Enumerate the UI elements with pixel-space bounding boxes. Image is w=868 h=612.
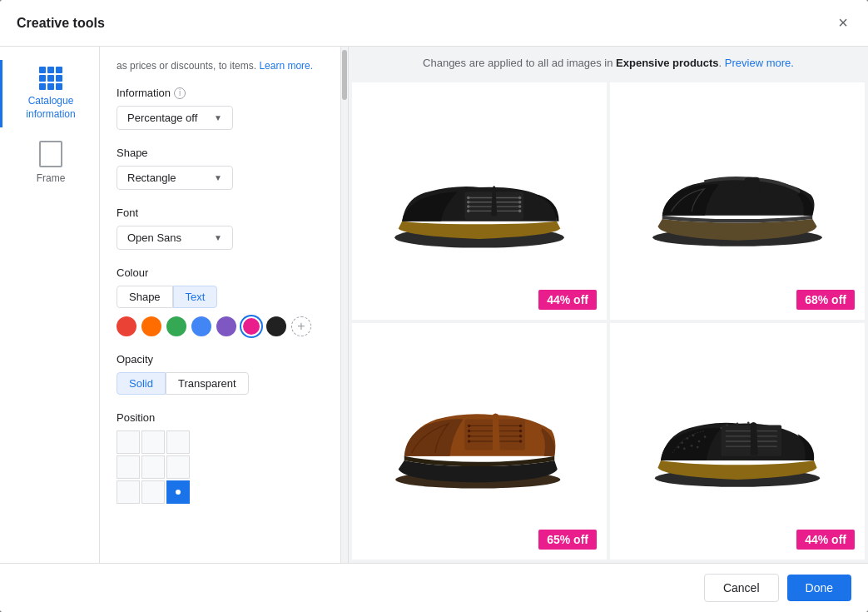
shoe-svg-4 — [642, 379, 833, 504]
information-help-icon[interactable]: i — [174, 87, 186, 99]
svg-point-45 — [720, 427, 722, 430]
shoe-image-4 — [610, 323, 865, 560]
swatch-black[interactable] — [266, 316, 286, 336]
shape-dropdown[interactable]: Rectangle ▼ — [117, 166, 233, 190]
swatch-purple[interactable] — [216, 316, 236, 336]
opacity-tab-solid[interactable]: Solid — [117, 372, 166, 395]
cancel-button[interactable]: Cancel — [704, 574, 779, 602]
shoe-image-1 — [352, 82, 607, 320]
grid-icon — [39, 67, 62, 90]
information-dropdown[interactable]: Percentage off ▼ — [117, 106, 233, 130]
svg-point-37 — [698, 440, 701, 442]
product-card-4: 44% off — [610, 323, 865, 560]
svg-point-38 — [704, 435, 707, 438]
sidebar-item-frame[interactable]: Frame — [0, 134, 99, 192]
colour-tab-shape[interactable]: Shape — [117, 286, 173, 308]
swatch-orange[interactable] — [141, 316, 161, 336]
discount-badge-1: 44% off — [538, 290, 597, 310]
opacity-tab-transparent[interactable]: Transparent — [166, 372, 249, 395]
shoe-svg-3 — [384, 379, 575, 504]
preview-bold-text: Expensive products — [616, 57, 719, 69]
position-section: Position — [117, 411, 324, 504]
svg-point-29 — [519, 440, 523, 443]
pos-cell-6[interactable] — [117, 480, 140, 504]
svg-point-22 — [468, 424, 471, 427]
product-grid: 44% off — [349, 79, 868, 563]
svg-point-35 — [683, 447, 686, 450]
pos-cell-8[interactable] — [166, 480, 190, 504]
font-dropdown-arrow: ▼ — [214, 233, 222, 242]
discount-badge-3: 65% off — [538, 530, 597, 550]
shoe-image-2 — [610, 82, 865, 320]
pos-cell-1[interactable] — [141, 430, 165, 454]
svg-rect-15 — [745, 177, 760, 200]
swatch-red[interactable] — [117, 316, 136, 336]
svg-point-28 — [468, 440, 471, 443]
svg-point-13 — [518, 210, 522, 213]
colour-tabs: Shape Text — [117, 286, 324, 308]
preview-notice: Changes are applied to all ad images in … — [349, 47, 868, 79]
svg-point-26 — [468, 435, 471, 438]
svg-point-7 — [518, 197, 522, 200]
swatch-add-button[interactable]: + — [291, 316, 311, 336]
svg-point-11 — [518, 206, 522, 209]
swatch-blue[interactable] — [191, 316, 211, 336]
swatch-green[interactable] — [166, 316, 186, 336]
shoe-image-3 — [352, 323, 607, 560]
swatch-pink[interactable] — [241, 316, 261, 336]
svg-point-48 — [747, 421, 750, 424]
svg-point-27 — [519, 435, 523, 438]
modal-footer: Cancel Done — [0, 563, 868, 612]
product-card-2: 68% off — [610, 82, 865, 320]
svg-point-23 — [519, 424, 523, 427]
font-dropdown[interactable]: Open Sans ▼ — [117, 226, 233, 250]
modal-body: Catalogue information Frame as prices or… — [0, 47, 868, 563]
controls-panel: as prices or discounts, to items. Learn … — [100, 47, 341, 563]
shape-section: Shape Rectangle ▼ — [117, 147, 324, 190]
svg-point-47 — [737, 422, 739, 425]
svg-point-24 — [468, 430, 471, 433]
sidebar-item-catalogue-information[interactable]: Catalogue information — [0, 60, 99, 127]
font-section: Font Open Sans ▼ — [117, 206, 324, 250]
information-selected: Percentage off — [127, 112, 197, 124]
pos-cell-4[interactable] — [141, 455, 165, 479]
pos-cell-5[interactable] — [166, 455, 190, 479]
svg-point-9 — [518, 201, 522, 204]
pos-cell-0[interactable] — [117, 430, 140, 454]
sidebar: Catalogue information Frame — [0, 47, 100, 563]
discount-badge-4: 44% off — [796, 530, 855, 550]
discount-badge-2: 68% off — [796, 290, 855, 310]
colour-label: Colour — [117, 266, 324, 279]
opacity-tabs: Solid Transparent — [117, 372, 324, 395]
pos-cell-2[interactable] — [166, 430, 190, 454]
svg-point-46 — [726, 424, 728, 426]
learn-more-link[interactable]: Learn more. — [259, 60, 313, 72]
shape-label: Shape — [117, 147, 324, 159]
modal-header: Creative tools × — [0, 0, 868, 47]
shoe-svg-2 — [642, 138, 833, 263]
creative-tools-modal: Creative tools × Catalogue information F… — [0, 0, 868, 612]
pos-cell-7[interactable] — [141, 480, 165, 504]
opacity-section: Opacity Solid Transparent — [117, 353, 324, 395]
preview-notice-text: Changes are applied to all ad images in — [423, 57, 613, 69]
product-card-1: 44% off — [352, 82, 607, 320]
svg-point-12 — [467, 210, 470, 213]
preview-area: Changes are applied to all ad images in … — [349, 47, 868, 563]
scrollbar-thumb[interactable] — [342, 50, 347, 100]
position-label: Position — [117, 411, 324, 424]
font-label: Font — [117, 206, 324, 219]
shoe-svg-1 — [384, 138, 575, 263]
pos-cell-3[interactable] — [117, 455, 140, 479]
shape-dropdown-arrow: ▼ — [214, 173, 222, 182]
close-button[interactable]: × — [835, 10, 851, 36]
colour-tab-text[interactable]: Text — [173, 286, 218, 308]
information-dropdown-arrow: ▼ — [214, 113, 222, 122]
svg-point-10 — [467, 206, 470, 209]
intro-text: as prices or discounts, to items. Learn … — [117, 58, 324, 73]
shape-selected: Rectangle — [127, 172, 176, 184]
preview-more-link[interactable]: Preview more. — [725, 57, 794, 69]
done-button[interactable]: Done — [787, 575, 851, 601]
svg-point-8 — [467, 201, 470, 204]
svg-point-31 — [681, 441, 683, 444]
controls-scrollbar[interactable] — [341, 47, 348, 563]
